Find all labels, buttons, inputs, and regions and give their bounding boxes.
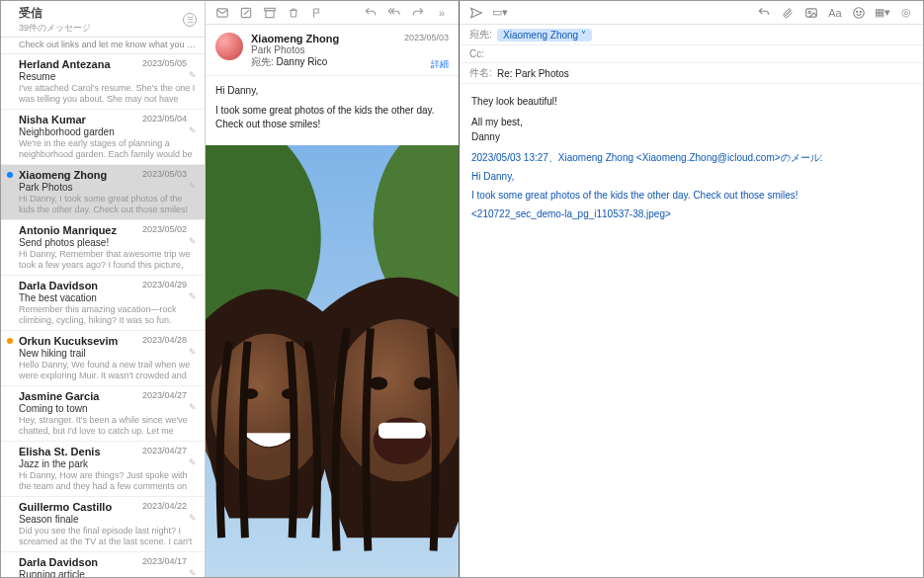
to-field-row[interactable]: 宛先: Xiaomeng Zhong ˅: [460, 25, 923, 45]
archive-icon[interactable]: [263, 6, 277, 20]
svg-point-13: [370, 376, 388, 389]
draft-indicator-icon: ✎: [189, 291, 197, 301]
item-preview: I've attached Carol's resume. She's the …: [19, 83, 197, 105]
mail-app: 受信 39件のメッセージ ☰ Check out links and let m…: [0, 0, 924, 578]
item-subject: New hiking trail: [19, 348, 197, 359]
draft-indicator-icon: ✎: [189, 513, 197, 523]
list-item[interactable]: Darla Davidson2023/04/29✎The best vacati…: [1, 276, 205, 331]
media-browser-icon[interactable]: ▦▾: [876, 6, 889, 19]
header-toggle-icon[interactable]: ▭▾: [493, 6, 507, 19]
svg-rect-16: [378, 423, 426, 439]
preview-date: 2023/05/03: [404, 33, 449, 42]
draft-indicator-icon: ✎: [189, 125, 197, 135]
item-date: 2023/04/28: [142, 335, 187, 345]
cc-field-row[interactable]: Cc:: [460, 45, 923, 63]
subject-value: Re: Park Photos: [497, 68, 569, 79]
quote-attachment: <210722_sec_demo-la_pg_i110537-38.jpeg>: [471, 206, 911, 221]
emoji-icon[interactable]: [852, 6, 866, 20]
item-subject: Neighborhood garden: [19, 126, 197, 137]
more-icon[interactable]: »: [435, 6, 449, 20]
message-preview-pane: » Xiaomeng Zhong Park Photos 宛先: Danny R…: [206, 1, 460, 577]
item-preview: Hi Danny, How are things? Just spoke wit…: [19, 470, 197, 492]
avatar: [215, 33, 243, 60]
preview-to-row: 宛先: Danny Rico: [251, 55, 339, 69]
list-item[interactable]: Jasmine Garcia2023/04/27✎Coming to townH…: [1, 386, 205, 442]
mailbox-header: 受信 39件のメッセージ ☰: [1, 1, 205, 38]
attachment-image[interactable]: [206, 145, 459, 577]
list-item[interactable]: Xiaomeng Zhong2023/05/03✎Park PhotosHi D…: [1, 165, 205, 220]
item-date: 2023/04/17: [142, 556, 187, 566]
format-text-icon[interactable]: Aa: [828, 7, 842, 19]
subject-field-row[interactable]: 件名: Re: Park Photos: [460, 63, 923, 84]
draft-indicator-icon: ✎: [189, 70, 197, 80]
draft-indicator-icon: ✎: [189, 457, 197, 467]
message-list-pane: 受信 39件のメッセージ ☰ Check out links and let m…: [1, 1, 206, 577]
svg-point-20: [857, 11, 858, 12]
draft-indicator-icon: ✎: [189, 402, 197, 412]
preview-to-label: 宛先:: [251, 56, 274, 67]
item-subject: Running article: [19, 569, 197, 577]
envelope-icon[interactable]: [215, 6, 229, 20]
preview-greeting: Hi Danny,: [215, 84, 449, 98]
detail-link[interactable]: 詳細: [431, 58, 449, 71]
flag-icon[interactable]: [310, 6, 324, 20]
svg-point-18: [808, 11, 810, 13]
item-date: 2023/05/02: [142, 224, 187, 234]
list-item[interactable]: Guillermo Castillo2023/04/22✎Season fina…: [1, 497, 205, 552]
item-date: 2023/05/03: [142, 169, 187, 179]
item-date: 2023/05/05: [142, 58, 187, 68]
compose-icon[interactable]: [239, 6, 253, 20]
draft-indicator-icon: ✎: [189, 236, 197, 246]
item-subject: Coming to town: [19, 403, 197, 414]
quote-header: 2023/05/03 13:27、Xiaomeng Zhong <Xiaomen…: [471, 150, 911, 165]
mailbox-count: 39件のメッセージ: [19, 22, 91, 35]
list-item[interactable]: Darla Davidson2023/04/17✎Running article…: [1, 552, 205, 577]
item-subject: Resume: [19, 71, 197, 82]
item-date: 2023/04/27: [142, 446, 187, 455]
svg-point-14: [414, 376, 433, 389]
quote-greet: Hi Danny,: [471, 169, 911, 184]
reply-format-icon[interactable]: [757, 6, 771, 20]
trash-icon[interactable]: [287, 6, 300, 20]
item-subject: The best vacation: [19, 292, 197, 303]
mailbox-title: 受信: [19, 5, 91, 22]
message-list[interactable]: Herland Antezana2023/05/05✎ResumeI've at…: [1, 54, 205, 577]
item-preview: Hello Danny, We found a new trail when w…: [19, 360, 197, 381]
item-subject: Jazz in the park: [19, 458, 197, 469]
forward-icon[interactable]: [411, 6, 425, 20]
draft-indicator-icon: ✎: [189, 568, 197, 577]
compose-pane: ▭▾ Aa ▦▾ ◎ 宛先: Xiaomeng Zhong ˅ Cc: 件名: …: [460, 1, 923, 577]
list-item[interactable]: Nisha Kumar2023/05/04✎Neighborhood garde…: [1, 110, 205, 165]
compose-sign1: All my best,: [471, 115, 911, 129]
subject-label: 件名:: [469, 66, 497, 80]
list-item[interactable]: Antonio Manriquez2023/05/02✎Send photos …: [1, 220, 205, 276]
reply-icon[interactable]: [364, 6, 378, 20]
svg-rect-3: [266, 10, 274, 17]
preview-header: Xiaomeng Zhong Park Photos 宛先: Danny Ric…: [206, 25, 459, 76]
item-preview: Hi Danny, Remember that awesome trip we …: [19, 249, 197, 271]
preview-toolbar: »: [206, 1, 459, 25]
item-preview: Hey, stranger. It's been a while since w…: [19, 415, 197, 437]
to-label: 宛先:: [469, 28, 497, 41]
markup-icon[interactable]: ◎: [899, 6, 913, 19]
send-icon[interactable]: [469, 6, 483, 20]
preview-subject: Park Photos: [251, 44, 339, 55]
list-item[interactable]: Orkun Kucuksevim2023/04/28✎New hiking tr…: [1, 331, 205, 386]
photo-insert-icon[interactable]: [804, 6, 818, 20]
filter-icon[interactable]: ☰: [183, 13, 197, 27]
item-date: 2023/04/29: [142, 280, 187, 289]
cc-label: Cc:: [469, 48, 497, 59]
recipient-chip[interactable]: Xiaomeng Zhong ˅: [497, 29, 592, 41]
attach-icon[interactable]: [781, 6, 795, 20]
preview-from: Xiaomeng Zhong: [251, 33, 339, 44]
item-subject: Send photos please!: [19, 237, 197, 248]
list-item[interactable]: Herland Antezana2023/05/05✎ResumeI've at…: [1, 54, 205, 110]
reply-all-icon[interactable]: [387, 6, 401, 20]
list-item[interactable]: Elisha St. Denis2023/04/27✎Jazz in the p…: [1, 442, 205, 497]
svg-point-19: [854, 7, 865, 18]
top-preview-snippet: Check out links and let me know what you…: [1, 38, 205, 54]
item-subject: Season finale: [19, 514, 197, 525]
preview-body-text: I took some great photos of the kids the…: [215, 104, 449, 131]
compose-body[interactable]: They look beautiful! All my best, Danny …: [460, 84, 923, 235]
item-date: 2023/05/04: [142, 114, 187, 124]
